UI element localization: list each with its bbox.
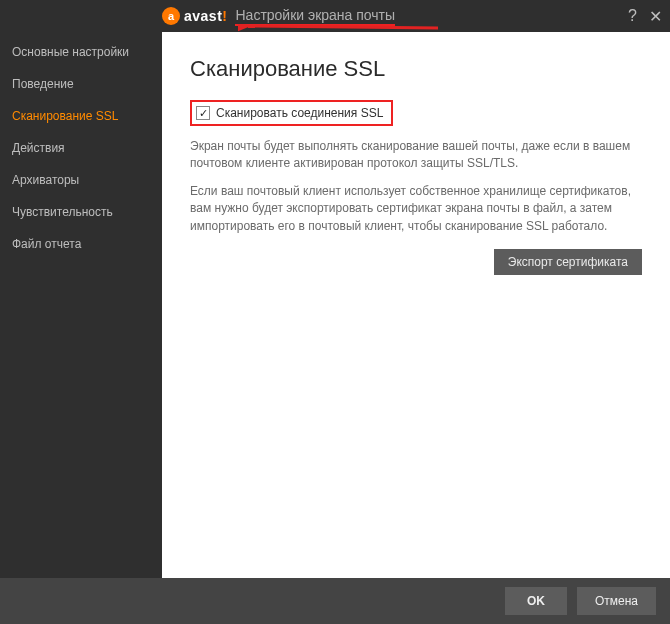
export-row: Экспорт сертификата bbox=[190, 249, 642, 275]
sidebar-item-1[interactable]: Поведение bbox=[0, 68, 162, 100]
sidebar-item-2[interactable]: Сканирование SSL bbox=[0, 100, 162, 132]
logo-text: avast! bbox=[184, 8, 227, 24]
ok-button[interactable]: OK bbox=[505, 587, 567, 615]
help-button[interactable]: ? bbox=[628, 7, 637, 25]
dialog-footer: OK Отмена bbox=[0, 578, 670, 624]
sidebar-item-3[interactable]: Действия bbox=[0, 132, 162, 164]
svg-line-1 bbox=[248, 26, 438, 28]
description-paragraph-1: Экран почты будет выполнять сканирование… bbox=[190, 138, 642, 173]
titlebar: a avast! Настройки экрана почты ? ✕ bbox=[0, 0, 670, 32]
avast-logo-icon: a bbox=[162, 7, 180, 25]
sidebar-item-label: Основные настройки bbox=[12, 45, 129, 59]
titlebar-controls: ? ✕ bbox=[628, 7, 662, 26]
page-heading: Сканирование SSL bbox=[190, 56, 642, 82]
checkbox-icon[interactable]: ✓ bbox=[196, 106, 210, 120]
sidebar-item-label: Файл отчета bbox=[12, 237, 81, 251]
scan-ssl-checkbox-row[interactable]: ✓ Сканировать соединения SSL bbox=[190, 100, 393, 126]
export-certificate-button[interactable]: Экспорт сертификата bbox=[494, 249, 642, 275]
sidebar-item-label: Поведение bbox=[12, 77, 74, 91]
sidebar-item-label: Сканирование SSL bbox=[12, 109, 118, 123]
window-title: Настройки экрана почты bbox=[235, 7, 395, 26]
sidebar-item-6[interactable]: Файл отчета bbox=[0, 228, 162, 260]
settings-window: a avast! Настройки экрана почты ? ✕ Осно… bbox=[0, 0, 670, 624]
sidebar-item-0[interactable]: Основные настройки bbox=[0, 36, 162, 68]
sidebar-item-label: Чувствительность bbox=[12, 205, 113, 219]
sidebar-item-5[interactable]: Чувствительность bbox=[0, 196, 162, 228]
description-paragraph-2: Если ваш почтовый клиент использует собс… bbox=[190, 183, 642, 235]
sidebar-item-label: Архиваторы bbox=[12, 173, 79, 187]
sidebar-item-4[interactable]: Архиваторы bbox=[0, 164, 162, 196]
content-pane: Сканирование SSL ✓ Сканировать соединени… bbox=[162, 32, 670, 578]
close-button[interactable]: ✕ bbox=[649, 7, 662, 26]
sidebar-item-label: Действия bbox=[12, 141, 65, 155]
sidebar: Основные настройкиПоведениеСканирование … bbox=[0, 32, 162, 578]
app-logo: a avast! bbox=[162, 7, 227, 25]
checkbox-label: Сканировать соединения SSL bbox=[216, 106, 383, 120]
window-body: Основные настройкиПоведениеСканирование … bbox=[0, 32, 670, 578]
titlebar-left bbox=[0, 0, 162, 32]
cancel-button[interactable]: Отмена bbox=[577, 587, 656, 615]
